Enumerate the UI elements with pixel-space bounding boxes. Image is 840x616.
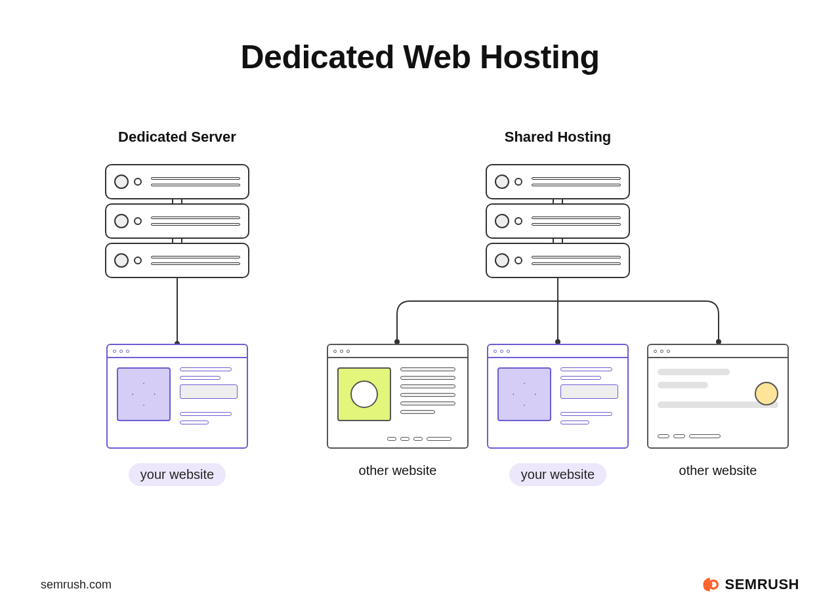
brand-logo: SEMRUSH [701, 575, 799, 594]
website-card-your [106, 344, 248, 449]
server-led-small-icon [134, 178, 142, 186]
server-led-small-icon [514, 217, 522, 225]
server-unit [105, 203, 249, 239]
server-led-small-icon [514, 257, 522, 264]
server-stack-shared [486, 164, 630, 278]
connector-line [177, 278, 178, 344]
server-unit [486, 243, 630, 278]
website-caption: your website [106, 463, 248, 486]
server-led-small-icon [134, 217, 142, 225]
website-image-icon [337, 367, 391, 421]
server-unit [105, 164, 249, 199]
diagram-columns: Dedicated Server [0, 129, 840, 486]
server-stack-dedicated [105, 164, 249, 278]
website-caption: other website [327, 463, 469, 486]
dedicated-column: Dedicated Server [39, 129, 315, 486]
server-led-icon [495, 214, 509, 228]
server-led-icon [495, 175, 509, 189]
server-led-icon [114, 253, 129, 268]
starburst-icon [513, 382, 536, 406]
server-unit [486, 203, 630, 239]
server-unit [105, 243, 249, 278]
website-card-your [487, 344, 629, 449]
website-card-other [327, 344, 469, 449]
connector-tree [315, 278, 801, 344]
starburst-icon [132, 382, 156, 406]
footer-url: semrush.com [41, 578, 112, 592]
circle-icon [350, 380, 378, 408]
page-title: Dedicated Web Hosting [0, 0, 840, 76]
server-led-icon [114, 214, 129, 228]
shared-column: Shared Hosting [315, 129, 801, 486]
server-unit [486, 164, 630, 199]
website-image-icon [117, 367, 171, 421]
svg-point-0 [394, 339, 400, 344]
website-card-other [647, 344, 789, 449]
website-caption: other website [647, 463, 789, 486]
server-led-icon [495, 253, 509, 268]
server-led-small-icon [134, 257, 142, 264]
sun-icon [755, 382, 778, 405]
svg-point-1 [555, 339, 560, 344]
website-image-icon [497, 367, 551, 421]
flame-icon [701, 575, 719, 594]
shared-heading: Shared Hosting [315, 129, 801, 146]
svg-point-2 [716, 339, 721, 344]
footer: semrush.com SEMRUSH [41, 575, 799, 594]
dedicated-heading: Dedicated Server [39, 129, 315, 146]
server-led-icon [114, 175, 129, 189]
server-led-small-icon [514, 178, 522, 186]
website-caption: your website [487, 463, 629, 486]
brand-name: SEMRUSH [724, 576, 799, 593]
